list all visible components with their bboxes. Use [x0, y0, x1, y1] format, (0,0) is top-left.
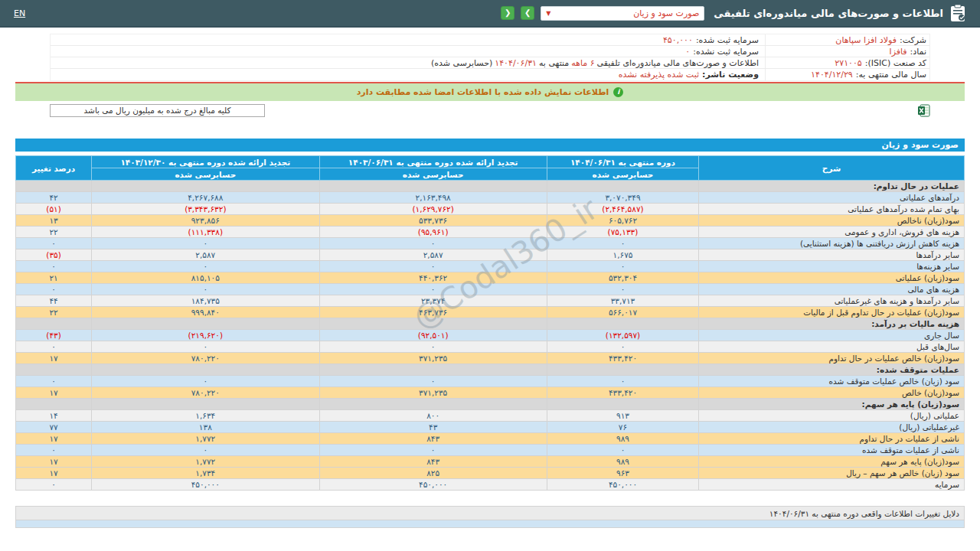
cell-value: ۰: [547, 284, 698, 295]
cell-value: ۰: [92, 376, 319, 387]
row-label: درآمدهای عملیاتی: [699, 192, 965, 204]
language-en-link[interactable]: EN: [14, 8, 25, 18]
cell-value: ۴۳: [319, 422, 547, 433]
cell-value: ۰: [319, 238, 547, 249]
symbol-value: فافزا: [890, 47, 907, 57]
table-row: عملیاتی (ریال)۹۱۳۸۰۰۱,۶۳۴۱۴: [16, 410, 965, 422]
cell-value: ۸۴۳: [319, 456, 547, 468]
cell-value: ۰: [16, 376, 92, 387]
cell-value: [319, 181, 547, 192]
row-label: عملیاتی (ریال): [699, 410, 965, 422]
table-row: سود(زیان) پایه هر سهم۹۸۹۸۴۳۱,۷۷۲۱۷: [16, 456, 965, 468]
table-row: درآمدهای عملیاتی۳,۰۷۰,۳۴۹۲,۱۶۳,۴۹۸۴,۲۶۷,…: [16, 192, 965, 204]
col-header-current-period: دوره منتهی به ۱۴۰۴/۰۶/۳۱: [547, 156, 698, 168]
cell-value: ۴۴۰,۳۶۲: [319, 272, 547, 284]
cell-value: [16, 364, 92, 376]
cell-value: ۴۵۰,۰۰۰: [319, 479, 547, 491]
cell-value: ۱۷: [16, 468, 92, 479]
table-row: هزینه های مالی۰۰۰۰: [16, 284, 965, 295]
changes-reasons-row: [16, 520, 964, 527]
cell-value: ۱۳۸: [92, 422, 319, 433]
unregistered-capital-value: ۰: [685, 47, 690, 57]
cell-value: ۱۷: [16, 353, 92, 364]
cell-value: ۸۲۵: [319, 468, 547, 479]
row-label: ناشی از عملیات متوقف شده: [699, 445, 965, 456]
cell-value: ۹۸۹: [547, 456, 698, 468]
report-type-select[interactable]: صورت سود و زیان ▼: [541, 6, 704, 21]
table-row: سود(زیان) عملیات در حال تداوم قبل از مال…: [16, 307, 965, 318]
row-label: هزینه های مالی: [699, 284, 965, 295]
cell-value: (۲,۴۶۴,۵۸۷): [547, 204, 698, 215]
cell-value: ۰: [16, 479, 92, 491]
top-bar: اطلاعات و صورت‌های مالی میاندوره‌ای تلفی…: [0, 0, 980, 28]
table-row: سود(زیان) ناخالص۶۰۵,۷۶۲۵۳۳,۷۳۶۹۲۳,۸۵۶۱۳: [16, 215, 965, 227]
cell-value: ۹۸۹: [547, 433, 698, 445]
cell-value: ۰: [319, 445, 547, 456]
cell-value: [547, 399, 698, 410]
publisher-status-value: ثبت شده پذیرفته نشده: [619, 70, 699, 80]
cell-value: ۱,۶۳۴: [92, 410, 319, 422]
nav-forward-button[interactable]: ❯: [521, 6, 534, 20]
cell-value: [16, 399, 92, 410]
row-label: هزینه های فروش، اداری و عمومی: [699, 227, 965, 238]
table-row: سایر درآمدها و هزینه های غیرعملیاتی۳۳,۷۱…: [16, 295, 965, 307]
info-icon: i: [613, 87, 623, 97]
table-row: ناشی از عملیات در حال تداوم۹۸۹۸۴۳۱,۷۷۲۱۷: [16, 433, 965, 445]
symbol-label: نماد:: [910, 47, 926, 57]
signature-match-notice: i اطلاعات نمایش داده شده با اطلاعات امضا…: [15, 83, 965, 101]
cell-value: ۰: [547, 445, 698, 456]
cell-value: [16, 318, 92, 330]
cell-value: ۸۰۰: [319, 410, 547, 422]
cell-value: ۰: [16, 238, 92, 249]
table-row: هزینه های فروش، اداری و عمومی(۷۵,۱۳۳)(۹۵…: [16, 227, 965, 238]
cell-value: ۰: [92, 341, 319, 353]
row-label: سود(زیان) عملیات در حال تداوم قبل از مال…: [699, 307, 965, 318]
cell-value: ۷۸۰,۲۲۰: [92, 353, 319, 364]
cell-value: ۱۴: [16, 410, 92, 422]
table-row: سود (زیان) خالص هر سهم – ریال۹۶۳۸۲۵۱,۷۳۴…: [16, 468, 965, 479]
col-subheader-audited: حسابرسی شده: [92, 168, 319, 181]
cell-value: ۲,۵۸۷: [92, 249, 319, 261]
col-header-restated-yearend: تجدید ارائه شده دوره منتهی به ۱۴۰۳/۱۲/۳۰: [92, 156, 319, 168]
cell-value: ۸۱۵,۱۰۵: [92, 272, 319, 284]
cell-value: ۱,۶۷۵: [547, 249, 698, 261]
info-row: نماد: فافزا سرمایه ثبت نشده: ۰: [51, 46, 929, 57]
cell-value: [16, 181, 92, 192]
cell-value: ۷۸۰,۲۲۰: [92, 387, 319, 399]
table-row: سرمایه۴۵۰,۰۰۰۴۵۰,۰۰۰۴۵۰,۰۰۰۰: [16, 479, 965, 491]
report-type-selected-value: صورت سود و زیان: [633, 8, 699, 18]
cell-value: (۴۳): [16, 330, 92, 341]
row-label: سود(زیان) پایه هر سهم:: [699, 399, 965, 410]
cell-value: ۱۳: [16, 215, 92, 227]
cell-value: ۰: [547, 238, 698, 249]
section-row: هزینه مالیات بر درآمد:: [16, 318, 965, 330]
registered-capital-value: ۴۵۰,۰۰۰: [663, 35, 693, 45]
cell-value: ۰: [547, 376, 698, 387]
row-label: سایر درآمدها و هزینه های غیرعملیاتی: [699, 295, 965, 307]
cell-value: ۴۴: [16, 295, 92, 307]
cell-value: ۹۶۳: [547, 468, 698, 479]
excel-export-button[interactable]: [917, 104, 930, 117]
row-label: سود (زیان) خالص عملیات متوقف شده: [699, 376, 965, 387]
cell-value: [547, 318, 698, 330]
cell-value: ۲,۱۶۳,۴۹۸: [319, 192, 547, 204]
cell-value: (۹۵,۹۶۱): [319, 227, 547, 238]
income-statement-section: صورت سود و زیان شرح دوره منتهی به ۱۴۰۴/۰…: [15, 139, 965, 491]
income-statement-table: شرح دوره منتهی به ۱۴۰۴/۰۶/۳۱ تجدید ارائه…: [15, 155, 965, 491]
cell-value: ۳۳,۷۱۳: [547, 295, 698, 307]
row-label: سرمایه: [699, 479, 965, 491]
cell-value: ۴۶۳,۷۳۶: [319, 307, 547, 318]
cell-value: ۵۶۶,۰۱۷: [547, 307, 698, 318]
cell-value: ۰: [319, 341, 547, 353]
cell-value: (۹۲,۵۰۱): [319, 330, 547, 341]
row-label: عملیات در حال تداوم:: [699, 181, 965, 192]
cell-value: ۰: [92, 284, 319, 295]
col-header-percent-change: درصد تغییر: [16, 156, 92, 181]
cell-value: [319, 399, 547, 410]
company-label: شرکت:: [900, 35, 926, 45]
cell-value: ۹۲۳,۸۵۶: [92, 215, 319, 227]
cell-value: ۹۹۹,۸۴۰: [92, 307, 319, 318]
cell-value: ۰: [319, 284, 547, 295]
nav-back-button[interactable]: ❮: [501, 6, 514, 20]
cell-value: (۱,۶۲۹,۷۶۲): [319, 204, 547, 215]
